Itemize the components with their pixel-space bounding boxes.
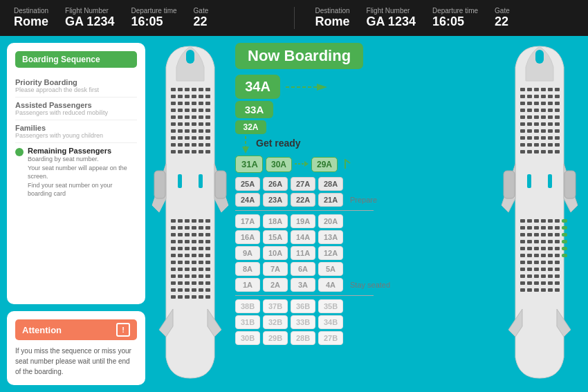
svg-rect-13 <box>185 95 190 98</box>
row-30b-27b: 30B 29B 28B 27B <box>235 331 491 345</box>
svg-rect-158 <box>548 102 553 105</box>
svg-rect-141 <box>548 174 552 188</box>
svg-rect-105 <box>199 261 203 264</box>
svg-rect-272 <box>562 247 567 250</box>
svg-rect-128 <box>192 288 196 292</box>
header-group-left: Destination Rome Flight Number GA 1234 D… <box>14 7 295 29</box>
svg-rect-116 <box>192 274 196 278</box>
svg-rect-139 <box>564 171 576 198</box>
svg-rect-100 <box>205 254 210 257</box>
svg-rect-249 <box>555 268 560 271</box>
svg-rect-67 <box>185 219 190 223</box>
svg-rect-250 <box>520 274 525 278</box>
flight-field-1: Flight Number GA 1234 <box>65 7 114 29</box>
svg-rect-273 <box>562 254 567 257</box>
attention-icon: ! <box>116 323 130 337</box>
svg-rect-210 <box>534 226 539 230</box>
svg-rect-261 <box>555 281 560 285</box>
svg-rect-138 <box>504 171 515 198</box>
svg-rect-34 <box>205 115 210 119</box>
svg-rect-238 <box>520 261 525 264</box>
svg-rect-35 <box>171 122 176 126</box>
svg-rect-160 <box>520 109 525 112</box>
svg-rect-213 <box>555 226 560 230</box>
svg-rect-31 <box>185 115 190 119</box>
svg-rect-193 <box>541 143 546 147</box>
svg-rect-263 <box>527 288 532 292</box>
svg-rect-171 <box>555 115 560 119</box>
svg-rect-169 <box>541 115 546 119</box>
svg-rect-211 <box>541 226 546 230</box>
svg-rect-230 <box>548 247 553 250</box>
svg-rect-81 <box>199 233 203 236</box>
svg-rect-82 <box>205 233 210 236</box>
svg-rect-195 <box>555 143 560 147</box>
svg-rect-124 <box>205 281 210 285</box>
svg-rect-216 <box>534 233 539 236</box>
svg-rect-166 <box>520 115 525 119</box>
svg-rect-236 <box>548 254 553 257</box>
svg-rect-214 <box>520 233 525 236</box>
svg-rect-72 <box>178 226 183 230</box>
svg-rect-61 <box>185 150 190 153</box>
svg-rect-156 <box>534 102 539 105</box>
svg-rect-5 <box>171 88 176 91</box>
svg-rect-257 <box>527 281 532 285</box>
svg-rect-144 <box>534 88 539 91</box>
svg-rect-208 <box>520 226 525 230</box>
sequence-item-assisted: Assisted Passengers Passengers with redu… <box>15 97 137 120</box>
now-boarding-badge: Now Boarding <box>235 43 363 69</box>
svg-rect-198 <box>534 150 539 153</box>
svg-rect-102 <box>178 261 183 264</box>
svg-rect-94 <box>205 247 210 250</box>
svg-rect-181 <box>541 129 546 133</box>
row-9a-12a: 9A 10A 11A 12A <box>235 246 491 260</box>
svg-rect-25 <box>185 109 190 112</box>
svg-rect-86 <box>192 240 196 243</box>
svg-rect-164 <box>548 109 553 112</box>
svg-rect-215 <box>527 233 532 236</box>
svg-rect-18 <box>178 102 183 105</box>
svg-rect-162 <box>534 109 539 112</box>
svg-rect-225 <box>555 240 560 243</box>
svg-rect-114 <box>178 274 183 278</box>
svg-rect-121 <box>185 281 190 285</box>
svg-rect-115 <box>185 274 190 278</box>
svg-rect-258 <box>534 281 539 285</box>
svg-rect-150 <box>534 95 539 98</box>
svg-rect-234 <box>534 254 539 257</box>
svg-rect-231 <box>555 247 560 250</box>
svg-rect-43 <box>185 129 190 133</box>
svg-rect-120 <box>178 281 183 285</box>
svg-rect-117 <box>199 274 203 278</box>
svg-rect-107 <box>171 268 176 271</box>
svg-rect-188 <box>548 136 553 140</box>
left-plane <box>149 39 232 385</box>
svg-rect-108 <box>178 268 183 271</box>
svg-rect-229 <box>541 247 546 250</box>
svg-rect-47 <box>171 136 176 140</box>
svg-rect-267 <box>555 288 560 292</box>
svg-rect-23 <box>171 109 176 112</box>
svg-rect-157 <box>541 102 546 105</box>
seat-27a: 27A <box>291 177 315 191</box>
prepare-label: Prepare <box>346 196 377 204</box>
svg-rect-212 <box>548 226 553 230</box>
svg-rect-227 <box>527 247 532 250</box>
svg-rect-92 <box>192 247 196 250</box>
svg-rect-148 <box>520 95 525 98</box>
svg-rect-143 <box>527 88 532 91</box>
center-content: Now Boarding 34A 33A 32A Get re <box>235 43 491 385</box>
svg-rect-110 <box>192 268 196 271</box>
svg-rect-12 <box>178 95 183 98</box>
svg-rect-101 <box>171 261 176 264</box>
svg-rect-220 <box>520 240 525 243</box>
left-panel: Boarding Sequence Priority Boarding Plea… <box>7 43 145 385</box>
svg-rect-64 <box>205 150 210 153</box>
svg-rect-246 <box>534 268 539 271</box>
svg-rect-269 <box>562 226 567 230</box>
svg-rect-219 <box>555 233 560 236</box>
svg-rect-30 <box>178 115 183 119</box>
svg-rect-7 <box>185 88 190 91</box>
svg-rect-174 <box>534 122 539 126</box>
